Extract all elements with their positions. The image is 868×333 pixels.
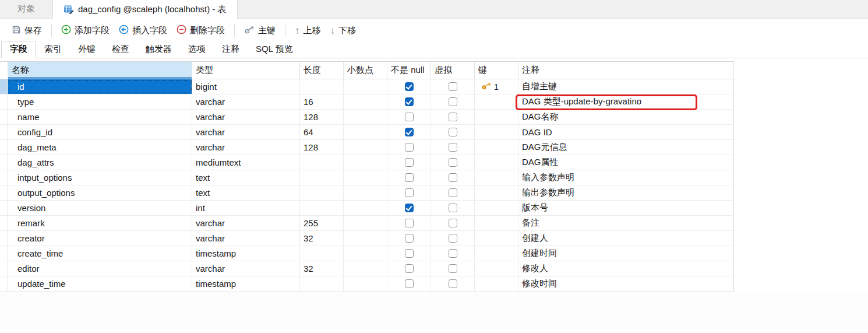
field-type-cell[interactable]: timestamp (192, 276, 300, 291)
field-length-cell[interactable] (300, 201, 344, 215)
field-length-cell[interactable]: 128 (300, 110, 344, 124)
tab-sql-preview[interactable]: SQL 预览 (248, 41, 301, 58)
virtual-cell[interactable] (431, 216, 475, 230)
field-row[interactable]: dag_meta varchar 128 DAG元信息 (0, 140, 734, 155)
virtual-cell[interactable] (431, 246, 475, 261)
field-row[interactable]: name varchar 128 DAG名称 (0, 110, 734, 125)
row-selector-gutter[interactable] (0, 170, 8, 185)
virtual-cell[interactable] (431, 170, 475, 185)
tab-fields[interactable]: 字段 (1, 41, 36, 58)
field-comment-cell[interactable]: DAG名称 (518, 110, 734, 124)
virtual-cell[interactable] (431, 185, 475, 200)
column-header-type[interactable]: 类型 (192, 62, 300, 79)
field-length-cell[interactable] (300, 276, 344, 291)
key-cell[interactable] (475, 185, 518, 200)
not-null-cell[interactable] (387, 246, 431, 261)
field-length-cell[interactable] (300, 79, 344, 94)
field-type-cell[interactable]: varchar (192, 110, 300, 124)
not-null-checkbox[interactable] (405, 204, 414, 212)
virtual-checkbox[interactable] (449, 97, 457, 106)
key-cell[interactable] (475, 231, 518, 246)
field-comment-cell[interactable]: 输出参数声明 (518, 185, 734, 200)
field-comment-cell[interactable]: DAG元信息 (518, 140, 734, 155)
field-decimal-cell[interactable] (344, 231, 387, 246)
field-type-cell[interactable]: text (192, 170, 300, 185)
field-row[interactable]: version int 版本号 (0, 201, 734, 216)
tab-triggers[interactable]: 触发器 (137, 41, 180, 58)
field-type-cell[interactable]: varchar (192, 231, 300, 246)
virtual-checkbox[interactable] (449, 158, 457, 167)
virtual-cell[interactable] (431, 201, 475, 215)
key-cell[interactable] (475, 276, 518, 291)
move-up-button[interactable]: ↑ 上移 (290, 22, 326, 39)
field-comment-cell[interactable]: 版本号 (518, 201, 734, 215)
field-length-cell[interactable]: 32 (300, 231, 344, 246)
not-null-checkbox[interactable] (405, 82, 414, 91)
key-cell[interactable] (475, 94, 518, 109)
tab-checks[interactable]: 检查 (104, 41, 137, 58)
field-comment-cell[interactable]: 修改人 (518, 261, 734, 276)
field-comment-cell[interactable]: 创建人 (518, 231, 734, 246)
field-length-cell[interactable]: 255 (300, 216, 344, 230)
not-null-checkbox[interactable] (405, 188, 414, 197)
key-cell[interactable] (475, 170, 518, 185)
field-name-cell[interactable]: create_time (8, 246, 192, 261)
virtual-cell[interactable] (431, 231, 475, 246)
not-null-checkbox[interactable] (405, 173, 414, 182)
not-null-checkbox[interactable] (405, 143, 414, 152)
row-selector-gutter[interactable] (0, 94, 8, 109)
row-selector-gutter[interactable] (0, 155, 8, 170)
field-decimal-cell[interactable] (344, 216, 387, 230)
field-decimal-cell[interactable] (344, 170, 387, 185)
virtual-cell[interactable] (431, 261, 475, 276)
not-null-checkbox[interactable] (405, 158, 414, 167)
virtual-cell[interactable] (431, 276, 475, 291)
field-comment-cell[interactable]: 备注 (518, 216, 734, 230)
field-decimal-cell[interactable] (344, 110, 387, 124)
primary-key-button[interactable]: 主键 (239, 22, 280, 39)
field-length-cell[interactable] (300, 170, 344, 185)
virtual-checkbox[interactable] (449, 204, 457, 212)
field-name-cell[interactable]: update_time (8, 276, 192, 291)
tab-comment[interactable]: 注释 (214, 41, 248, 58)
key-cell[interactable] (475, 125, 518, 139)
key-cell[interactable] (475, 110, 518, 124)
row-selector-gutter[interactable] (0, 231, 8, 246)
column-header-comment[interactable]: 注释 (518, 62, 734, 79)
key-cell[interactable] (475, 216, 518, 230)
not-null-cell[interactable] (387, 185, 431, 200)
field-name-cell[interactable]: type (8, 94, 192, 109)
column-header-name[interactable]: 名称 (8, 62, 192, 79)
save-button[interactable]: 保存 (7, 22, 47, 39)
field-decimal-cell[interactable] (344, 261, 387, 276)
field-type-cell[interactable]: timestamp (192, 246, 300, 261)
field-row[interactable]: creator varchar 32 创建人 (0, 231, 734, 246)
field-row[interactable]: type varchar 16 DAG 类型-update-by-gravati… (0, 94, 734, 110)
delete-field-button[interactable]: 删除字段 (172, 22, 230, 39)
key-cell[interactable] (475, 246, 518, 261)
field-type-cell[interactable]: varchar (192, 216, 300, 230)
field-row[interactable]: update_time timestamp 修改时间 (0, 276, 734, 292)
column-header-decimal[interactable]: 小数点 (344, 62, 387, 79)
field-row[interactable]: remark varchar 255 备注 (0, 216, 734, 231)
not-null-cell[interactable] (387, 125, 431, 139)
field-comment-cell[interactable]: 修改时间 (518, 276, 734, 291)
row-selector-gutter[interactable] (0, 201, 8, 215)
field-comment-cell[interactable]: 输入参数声明 (518, 170, 734, 185)
virtual-cell[interactable] (431, 140, 475, 155)
not-null-cell[interactable] (387, 170, 431, 185)
virtual-checkbox[interactable] (449, 264, 457, 273)
field-decimal-cell[interactable] (344, 140, 387, 155)
field-comment-cell[interactable]: 自增主键 (518, 79, 734, 94)
add-field-button[interactable]: 添加字段 (57, 22, 114, 39)
field-length-cell[interactable] (300, 185, 344, 200)
row-selector-gutter[interactable] (0, 140, 8, 155)
field-row[interactable]: create_time timestamp 创建时间 (0, 246, 734, 261)
virtual-checkbox[interactable] (449, 82, 457, 91)
field-name-cell[interactable]: output_options (8, 185, 192, 200)
column-header-length[interactable]: 长度 (300, 62, 344, 79)
virtual-checkbox[interactable] (449, 143, 457, 152)
tab-foreign-keys[interactable]: 外键 (70, 41, 104, 58)
field-row[interactable]: intput_options text 输入参数声明 (0, 170, 734, 185)
not-null-cell[interactable] (387, 201, 431, 215)
